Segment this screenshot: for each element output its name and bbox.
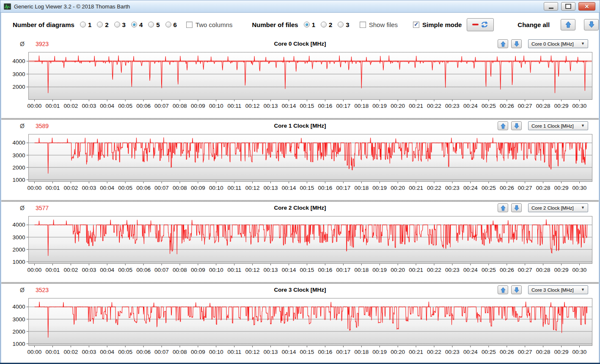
- up-arrow-icon: [501, 41, 506, 47]
- svg-text:1000: 1000: [12, 177, 25, 183]
- svg-text:00:04: 00:04: [100, 267, 114, 273]
- radio-diagrams-5[interactable]: 5: [148, 21, 160, 28]
- maximize-button[interactable]: [561, 2, 575, 11]
- svg-text:00:07: 00:07: [154, 185, 169, 191]
- svg-text:2000: 2000: [12, 328, 25, 335]
- svg-text:00:10: 00:10: [209, 349, 223, 355]
- panel-move-down-button[interactable]: [511, 285, 522, 294]
- svg-text:2000: 2000: [12, 164, 25, 171]
- checkbox-icon: [360, 22, 366, 28]
- svg-text:00:03: 00:03: [82, 349, 96, 355]
- radio-diagrams-1[interactable]: 1: [80, 21, 91, 28]
- svg-text:00:25: 00:25: [482, 185, 496, 191]
- svg-text:00:23: 00:23: [445, 185, 460, 191]
- svg-text:00:18: 00:18: [354, 185, 369, 191]
- svg-text:00:30: 00:30: [572, 267, 587, 273]
- change-all-up-button[interactable]: [561, 19, 575, 30]
- svg-text:00:11: 00:11: [227, 185, 241, 191]
- svg-text:00:27: 00:27: [518, 349, 532, 355]
- radio-diagrams-6[interactable]: 6: [165, 21, 177, 28]
- radio-diagrams-2[interactable]: 2: [97, 21, 108, 28]
- svg-text:00:22: 00:22: [427, 349, 441, 355]
- svg-text:1000: 1000: [12, 341, 25, 347]
- svg-text:00:01: 00:01: [46, 349, 60, 355]
- svg-text:2000: 2000: [12, 246, 25, 253]
- chevron-down-icon: ▼: [581, 123, 585, 128]
- channel-select[interactable]: Core 2 Clock [MHz]▼: [528, 203, 588, 212]
- svg-text:00:06: 00:06: [136, 185, 151, 191]
- panel-move-up-button[interactable]: [498, 285, 508, 294]
- svg-text:00:07: 00:07: [154, 349, 169, 355]
- svg-text:00:10: 00:10: [209, 185, 223, 191]
- svg-text:00:19: 00:19: [372, 267, 387, 273]
- svg-text:00:16: 00:16: [318, 103, 333, 109]
- panel-move-down-button[interactable]: [511, 203, 522, 212]
- svg-text:00:11: 00:11: [227, 267, 241, 273]
- svg-text:4000: 4000: [12, 304, 25, 310]
- svg-text:4000: 4000: [12, 140, 25, 146]
- svg-text:00:01: 00:01: [46, 103, 60, 109]
- svg-text:00:08: 00:08: [173, 185, 187, 191]
- channel-select[interactable]: Core 3 Clock [MHz]▼: [528, 285, 588, 294]
- svg-text:00:05: 00:05: [118, 185, 132, 191]
- svg-text:00:30: 00:30: [572, 349, 587, 355]
- svg-text:00:22: 00:22: [427, 267, 441, 273]
- checkbox-icon: [186, 22, 193, 28]
- svg-text:3000: 3000: [12, 234, 25, 241]
- svg-text:4000: 4000: [12, 58, 25, 64]
- svg-text:00:20: 00:20: [391, 267, 405, 273]
- svg-text:00:15: 00:15: [300, 267, 314, 273]
- two-columns-checkbox[interactable]: Two columns: [186, 21, 233, 28]
- svg-text:00:06: 00:06: [136, 349, 151, 355]
- svg-text:00:21: 00:21: [409, 349, 423, 355]
- svg-text:00:13: 00:13: [264, 185, 278, 191]
- svg-text:00:09: 00:09: [191, 349, 205, 355]
- svg-text:00:00: 00:00: [28, 103, 42, 109]
- simple-mode-checkbox[interactable]: Simple mode: [413, 21, 462, 28]
- chevron-down-icon: ▼: [581, 41, 585, 46]
- close-button[interactable]: ✕: [578, 2, 595, 11]
- panel-move-up-button[interactable]: [498, 203, 508, 212]
- radio-diagrams-3[interactable]: 3: [114, 21, 126, 28]
- radio-files-1[interactable]: 1: [304, 21, 315, 28]
- radio-files-2[interactable]: 2: [321, 21, 332, 28]
- svg-text:00:13: 00:13: [264, 267, 278, 273]
- line-style-refresh-button[interactable]: [467, 18, 494, 31]
- radio-diagrams-4[interactable]: 4: [131, 21, 143, 28]
- window-title: Generic Log Viewer 3.2 - © 2018 Thomas B…: [14, 3, 130, 10]
- radio-circle-icon: [304, 22, 310, 27]
- panel-move-down-button[interactable]: [511, 121, 522, 130]
- panel-move-down-button[interactable]: [511, 39, 522, 48]
- down-arrow-icon: [514, 123, 519, 129]
- checkbox-icon: [413, 22, 419, 28]
- svg-text:00:14: 00:14: [282, 103, 296, 109]
- radio-files-3[interactable]: 3: [338, 21, 349, 28]
- svg-text:00:20: 00:20: [391, 349, 405, 355]
- svg-text:00:15: 00:15: [300, 103, 314, 109]
- svg-text:00:05: 00:05: [118, 103, 132, 109]
- radio-circle-icon: [97, 22, 103, 27]
- panel-divider: [1, 118, 599, 120]
- svg-text:00:05: 00:05: [118, 349, 132, 355]
- panel-move-up-button[interactable]: [498, 121, 508, 130]
- panel-move-up-button[interactable]: [498, 39, 508, 48]
- client-area: Number of diagrams 1 2 3 4 5: [1, 13, 599, 359]
- svg-text:1000: 1000: [12, 259, 25, 265]
- svg-text:00:14: 00:14: [282, 349, 296, 355]
- svg-text:00:17: 00:17: [336, 349, 351, 355]
- radio-circle-icon: [148, 22, 154, 27]
- svg-text:00:28: 00:28: [536, 349, 550, 355]
- svg-text:00:27: 00:27: [518, 185, 532, 191]
- show-files-checkbox[interactable]: Show files: [360, 21, 398, 28]
- svg-text:00:23: 00:23: [445, 349, 460, 355]
- radio-circle-icon: [321, 22, 327, 27]
- channel-select[interactable]: Core 1 Clock [MHz]▼: [528, 121, 588, 130]
- svg-text:00:28: 00:28: [536, 267, 550, 273]
- svg-text:00:25: 00:25: [482, 103, 496, 109]
- svg-text:00:30: 00:30: [572, 185, 587, 191]
- svg-text:00:16: 00:16: [318, 267, 333, 273]
- svg-text:00:17: 00:17: [336, 267, 351, 273]
- change-all-down-button[interactable]: [584, 19, 599, 30]
- channel-select[interactable]: Core 0 Clock [MHz]▼: [528, 39, 588, 48]
- minimize-button[interactable]: [544, 2, 558, 11]
